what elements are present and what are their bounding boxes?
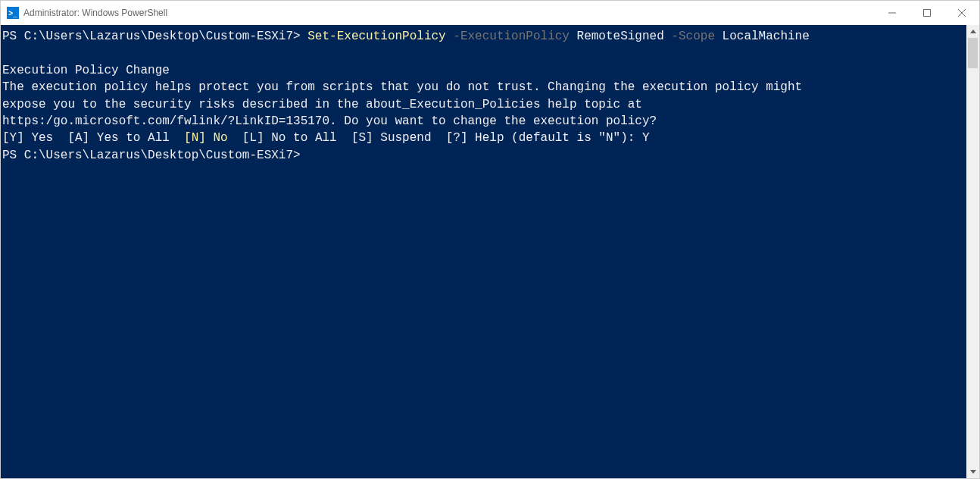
content-area: PS C:\Users\Lazarus\Desktop\Custom-ESXi7… (1, 25, 979, 478)
default-choice: [N] No (184, 131, 228, 145)
titlebar[interactable]: >_ Administrator: Windows PowerShell (1, 1, 979, 25)
choice-text: [L] No to All [S] Suspend [?] Help (defa… (228, 131, 650, 145)
param-name: -ExecutionPolicy (446, 30, 570, 43)
scroll-down-button[interactable] (966, 465, 979, 478)
terminal-line: https:/go.microsoft.com/fwlink/?LinkID=1… (2, 114, 657, 128)
scroll-track[interactable] (966, 38, 979, 465)
window-controls (875, 1, 979, 25)
scroll-thumb[interactable] (968, 38, 978, 68)
svg-rect-1 (924, 10, 931, 17)
terminal-output[interactable]: PS C:\Users\Lazarus\Desktop\Custom-ESXi7… (1, 25, 966, 478)
powershell-icon: >_ (7, 7, 19, 19)
prompt-text: PS C:\Users\Lazarus\Desktop\Custom-ESXi7… (2, 149, 301, 162)
terminal-line: The execution policy helps protect you f… (2, 80, 802, 94)
scroll-up-button[interactable] (966, 25, 979, 38)
param-value: RemoteSigned (570, 30, 664, 43)
maximize-button[interactable] (910, 1, 944, 25)
close-button[interactable] (944, 1, 979, 25)
cmdlet-name: Set-ExecutionPolicy (307, 30, 445, 43)
vertical-scrollbar[interactable] (966, 25, 979, 478)
choice-text: [Y] Yes [A] Yes to All (2, 131, 184, 145)
param-name: -Scope (664, 30, 715, 43)
window-title: Administrator: Windows PowerShell (23, 8, 167, 18)
prompt-text: PS C:\Users\Lazarus\Desktop\Custom-ESXi7… (2, 30, 307, 43)
terminal-line: expose you to the security risks describ… (2, 98, 642, 111)
powershell-window: >_ Administrator: Windows PowerShell PS … (0, 0, 980, 479)
param-value: LocalMachine (715, 30, 810, 43)
terminal-line: Execution Policy Change (2, 64, 170, 77)
minimize-button[interactable] (875, 1, 910, 25)
